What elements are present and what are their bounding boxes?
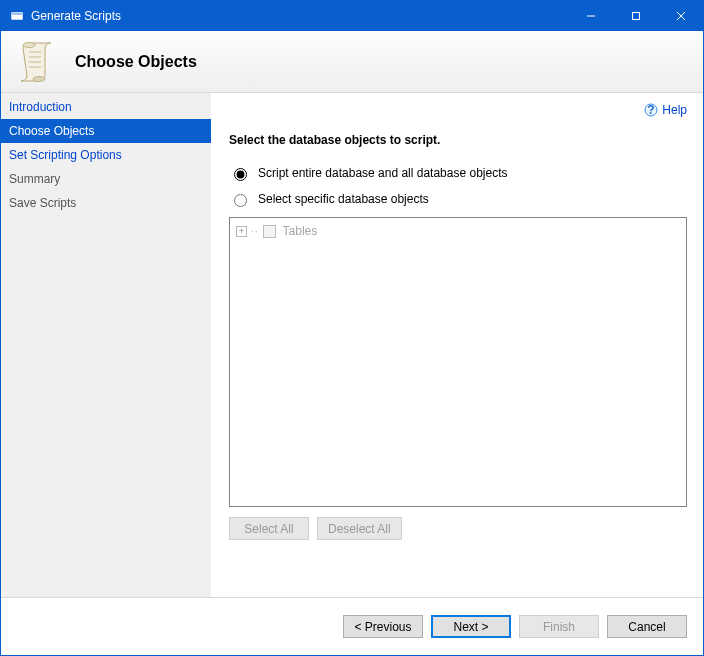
finish-button: Finish [519, 615, 599, 638]
window-title: Generate Scripts [31, 9, 568, 23]
titlebar[interactable]: Generate Scripts [1, 1, 703, 31]
instruction-text: Select the database objects to script. [229, 133, 687, 147]
close-button[interactable] [658, 1, 703, 31]
wizard-sidebar: Introduction Choose Objects Set Scriptin… [1, 93, 211, 597]
tree-label-tables: Tables [283, 224, 318, 238]
minimize-button[interactable] [568, 1, 613, 31]
select-all-button: Select All [229, 517, 309, 540]
header-panel: Choose Objects [1, 31, 703, 93]
object-tree: + ·· Tables [229, 217, 687, 507]
maximize-button[interactable] [613, 1, 658, 31]
main-content: ? Help Select the database objects to sc… [211, 93, 703, 597]
tree-checkbox-tables [263, 225, 276, 238]
sidebar-item-save-scripts[interactable]: Save Scripts [1, 191, 211, 215]
wizard-footer: < Previous Next > Finish Cancel [1, 597, 703, 655]
radio-entire-label: Script entire database and all database … [258, 166, 508, 180]
tree-expand-icon: + [236, 226, 247, 237]
help-icon: ? [644, 103, 658, 117]
window-frame: Generate Scripts Choose Objects [0, 0, 704, 656]
sidebar-item-summary[interactable]: Summary [1, 167, 211, 191]
radio-specific-objects[interactable]: Select specific database objects [229, 191, 687, 207]
radio-entire-database[interactable]: Script entire database and all database … [229, 165, 687, 181]
selection-buttons: Select All Deselect All [229, 517, 687, 540]
previous-button[interactable]: < Previous [343, 615, 423, 638]
help-label: Help [662, 103, 687, 117]
scroll-icon [17, 40, 57, 84]
deselect-all-button: Deselect All [317, 517, 402, 540]
tree-connector: ·· [251, 226, 259, 237]
svg-point-7 [33, 76, 45, 81]
svg-rect-1 [12, 13, 22, 15]
svg-rect-3 [632, 13, 639, 20]
app-icon [9, 8, 25, 24]
radio-entire-input[interactable] [234, 168, 247, 181]
cancel-button[interactable]: Cancel [607, 615, 687, 638]
sidebar-item-choose-objects[interactable]: Choose Objects [1, 119, 211, 143]
body-area: Introduction Choose Objects Set Scriptin… [1, 93, 703, 597]
radio-specific-label: Select specific database objects [258, 192, 429, 206]
window-controls [568, 1, 703, 31]
tree-row-tables: + ·· Tables [236, 224, 680, 238]
page-title: Choose Objects [75, 53, 197, 71]
svg-text:?: ? [648, 103, 655, 117]
radio-specific-input[interactable] [234, 194, 247, 207]
sidebar-item-introduction[interactable]: Introduction [1, 95, 211, 119]
help-link[interactable]: ? Help [644, 103, 687, 117]
next-button[interactable]: Next > [431, 615, 511, 638]
svg-point-6 [23, 42, 35, 47]
sidebar-item-set-scripting-options[interactable]: Set Scripting Options [1, 143, 211, 167]
